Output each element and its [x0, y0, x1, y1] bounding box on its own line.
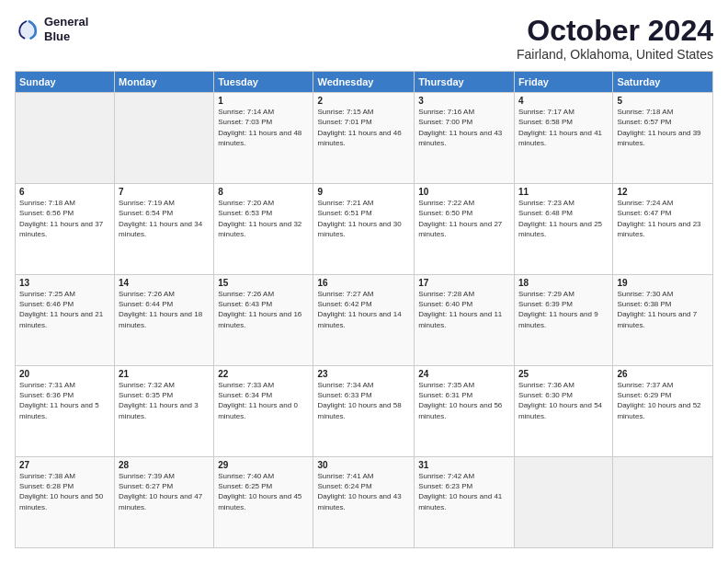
- calendar-cell: 25Sunrise: 7:36 AM Sunset: 6:30 PM Dayli…: [514, 366, 612, 457]
- calendar-week-2: 6Sunrise: 7:18 AM Sunset: 6:56 PM Daylig…: [16, 184, 713, 275]
- day-number: 12: [617, 187, 709, 197]
- day-info: Sunrise: 7:20 AM Sunset: 6:53 PM Dayligh…: [218, 198, 309, 239]
- calendar-subtitle: Fairland, Oklahoma, United States: [517, 47, 713, 62]
- day-info: Sunrise: 7:36 AM Sunset: 6:30 PM Dayligh…: [518, 380, 609, 421]
- day-info: Sunrise: 7:37 AM Sunset: 6:29 PM Dayligh…: [617, 380, 709, 421]
- calendar-cell: 22Sunrise: 7:33 AM Sunset: 6:34 PM Dayli…: [214, 366, 313, 457]
- day-info: Sunrise: 7:16 AM Sunset: 7:00 PM Dayligh…: [418, 107, 510, 148]
- day-number: 15: [218, 278, 309, 288]
- day-info: Sunrise: 7:39 AM Sunset: 6:27 PM Dayligh…: [119, 471, 210, 512]
- logo: General Blue: [15, 15, 88, 43]
- header-row: Sunday Monday Tuesday Wednesday Thursday…: [16, 72, 713, 93]
- day-number: 31: [418, 460, 510, 470]
- calendar-cell: 17Sunrise: 7:28 AM Sunset: 6:40 PM Dayli…: [415, 275, 515, 366]
- calendar-cell: [613, 457, 713, 548]
- day-info: Sunrise: 7:26 AM Sunset: 6:44 PM Dayligh…: [119, 289, 210, 330]
- calendar-cell: 23Sunrise: 7:34 AM Sunset: 6:33 PM Dayli…: [313, 366, 415, 457]
- day-info: Sunrise: 7:28 AM Sunset: 6:40 PM Dayligh…: [418, 289, 510, 330]
- day-info: Sunrise: 7:35 AM Sunset: 6:31 PM Dayligh…: [418, 380, 510, 421]
- day-number: 8: [218, 187, 309, 197]
- calendar-cell: 28Sunrise: 7:39 AM Sunset: 6:27 PM Dayli…: [115, 457, 214, 548]
- day-info: Sunrise: 7:41 AM Sunset: 6:24 PM Dayligh…: [317, 471, 410, 512]
- day-number: 19: [617, 278, 709, 288]
- day-number: 13: [19, 278, 110, 288]
- day-info: Sunrise: 7:26 AM Sunset: 6:43 PM Dayligh…: [218, 289, 309, 330]
- calendar-cell: 30Sunrise: 7:41 AM Sunset: 6:24 PM Dayli…: [313, 457, 415, 548]
- calendar-cell: 18Sunrise: 7:29 AM Sunset: 6:39 PM Dayli…: [514, 275, 612, 366]
- calendar-week-3: 13Sunrise: 7:25 AM Sunset: 6:46 PM Dayli…: [16, 275, 713, 366]
- day-number: 30: [317, 460, 410, 470]
- day-info: Sunrise: 7:30 AM Sunset: 6:38 PM Dayligh…: [617, 289, 709, 330]
- calendar-cell: 7Sunrise: 7:19 AM Sunset: 6:54 PM Daylig…: [115, 184, 214, 275]
- day-number: 25: [518, 369, 609, 379]
- calendar-body: 1Sunrise: 7:14 AM Sunset: 7:03 PM Daylig…: [16, 93, 713, 548]
- day-number: 3: [418, 96, 510, 106]
- day-number: 27: [19, 460, 110, 470]
- day-number: 28: [119, 460, 210, 470]
- day-info: Sunrise: 7:21 AM Sunset: 6:51 PM Dayligh…: [317, 198, 410, 239]
- day-info: Sunrise: 7:40 AM Sunset: 6:25 PM Dayligh…: [218, 471, 309, 512]
- day-number: 17: [418, 278, 510, 288]
- day-info: Sunrise: 7:17 AM Sunset: 6:58 PM Dayligh…: [518, 107, 609, 148]
- day-number: 1: [218, 96, 309, 106]
- day-info: Sunrise: 7:14 AM Sunset: 7:03 PM Dayligh…: [218, 107, 309, 148]
- col-monday: Monday: [115, 72, 214, 93]
- calendar-cell: 24Sunrise: 7:35 AM Sunset: 6:31 PM Dayli…: [415, 366, 515, 457]
- day-info: Sunrise: 7:18 AM Sunset: 6:56 PM Dayligh…: [19, 198, 110, 239]
- calendar-cell: 8Sunrise: 7:20 AM Sunset: 6:53 PM Daylig…: [214, 184, 313, 275]
- day-info: Sunrise: 7:27 AM Sunset: 6:42 PM Dayligh…: [317, 289, 410, 330]
- day-info: Sunrise: 7:32 AM Sunset: 6:35 PM Dayligh…: [119, 380, 210, 421]
- day-number: 20: [19, 369, 110, 379]
- calendar-cell: [514, 457, 612, 548]
- calendar-cell: 27Sunrise: 7:38 AM Sunset: 6:28 PM Dayli…: [16, 457, 115, 548]
- day-info: Sunrise: 7:23 AM Sunset: 6:48 PM Dayligh…: [518, 198, 609, 239]
- calendar-cell: 19Sunrise: 7:30 AM Sunset: 6:38 PM Dayli…: [613, 275, 713, 366]
- day-info: Sunrise: 7:33 AM Sunset: 6:34 PM Dayligh…: [218, 380, 309, 421]
- calendar-cell: 13Sunrise: 7:25 AM Sunset: 6:46 PM Dayli…: [16, 275, 115, 366]
- calendar-cell: 3Sunrise: 7:16 AM Sunset: 7:00 PM Daylig…: [415, 93, 515, 184]
- day-number: 4: [518, 96, 609, 106]
- calendar-cell: 11Sunrise: 7:23 AM Sunset: 6:48 PM Dayli…: [514, 184, 612, 275]
- day-number: 24: [418, 369, 510, 379]
- col-sunday: Sunday: [16, 72, 115, 93]
- day-info: Sunrise: 7:42 AM Sunset: 6:23 PM Dayligh…: [418, 471, 510, 512]
- day-number: 2: [317, 96, 410, 106]
- day-info: Sunrise: 7:22 AM Sunset: 6:50 PM Dayligh…: [418, 198, 510, 239]
- calendar-week-1: 1Sunrise: 7:14 AM Sunset: 7:03 PM Daylig…: [16, 93, 713, 184]
- calendar-cell: 26Sunrise: 7:37 AM Sunset: 6:29 PM Dayli…: [613, 366, 713, 457]
- col-thursday: Thursday: [415, 72, 515, 93]
- calendar-cell: [115, 93, 214, 184]
- day-number: 6: [19, 187, 110, 197]
- day-number: 26: [617, 369, 709, 379]
- day-info: Sunrise: 7:24 AM Sunset: 6:47 PM Dayligh…: [617, 198, 709, 239]
- title-block: October 2024 Fairland, Oklahoma, United …: [517, 15, 713, 62]
- day-number: 5: [617, 96, 709, 106]
- calendar-cell: 1Sunrise: 7:14 AM Sunset: 7:03 PM Daylig…: [214, 93, 313, 184]
- calendar-cell: 16Sunrise: 7:27 AM Sunset: 6:42 PM Dayli…: [313, 275, 415, 366]
- day-number: 21: [119, 369, 210, 379]
- calendar-cell: [16, 93, 115, 184]
- calendar-cell: 2Sunrise: 7:15 AM Sunset: 7:01 PM Daylig…: [313, 93, 415, 184]
- calendar-cell: 20Sunrise: 7:31 AM Sunset: 6:36 PM Dayli…: [16, 366, 115, 457]
- day-number: 23: [317, 369, 410, 379]
- day-info: Sunrise: 7:29 AM Sunset: 6:39 PM Dayligh…: [518, 289, 609, 330]
- calendar-table: Sunday Monday Tuesday Wednesday Thursday…: [15, 71, 713, 548]
- logo-icon: [15, 17, 40, 42]
- logo-text: General Blue: [44, 15, 88, 43]
- day-number: 11: [518, 187, 609, 197]
- calendar-cell: 10Sunrise: 7:22 AM Sunset: 6:50 PM Dayli…: [415, 184, 515, 275]
- calendar-cell: 4Sunrise: 7:17 AM Sunset: 6:58 PM Daylig…: [514, 93, 612, 184]
- day-number: 9: [317, 187, 410, 197]
- calendar-week-4: 20Sunrise: 7:31 AM Sunset: 6:36 PM Dayli…: [16, 366, 713, 457]
- day-info: Sunrise: 7:19 AM Sunset: 6:54 PM Dayligh…: [119, 198, 210, 239]
- calendar-page: General Blue October 2024 Fairland, Okla…: [0, 0, 728, 563]
- day-info: Sunrise: 7:15 AM Sunset: 7:01 PM Dayligh…: [317, 107, 410, 148]
- day-info: Sunrise: 7:38 AM Sunset: 6:28 PM Dayligh…: [19, 471, 110, 512]
- calendar-cell: 14Sunrise: 7:26 AM Sunset: 6:44 PM Dayli…: [115, 275, 214, 366]
- day-number: 14: [119, 278, 210, 288]
- calendar-cell: 15Sunrise: 7:26 AM Sunset: 6:43 PM Dayli…: [214, 275, 313, 366]
- day-info: Sunrise: 7:18 AM Sunset: 6:57 PM Dayligh…: [617, 107, 709, 148]
- col-wednesday: Wednesday: [313, 72, 415, 93]
- calendar-title: October 2024: [517, 15, 713, 47]
- calendar-cell: 5Sunrise: 7:18 AM Sunset: 6:57 PM Daylig…: [613, 93, 713, 184]
